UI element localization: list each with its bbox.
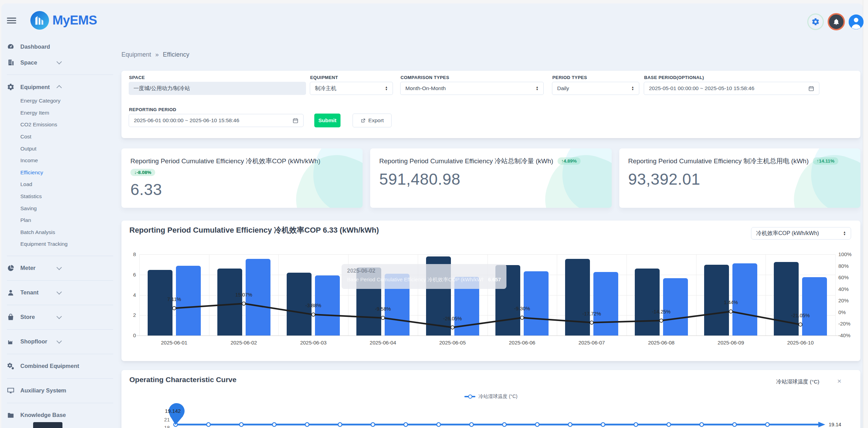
change-rate-label: -14.25% — [639, 309, 684, 314]
curve-point[interactable] — [766, 423, 769, 427]
sidebar-subitem-output[interactable]: Output — [0, 143, 121, 155]
chart-tooltip: 2025-06-02 Base Period Cumulative Effici… — [342, 264, 506, 289]
comparison-types-label: COMPARISON TYPES — [401, 75, 449, 80]
base-period-input[interactable]: 2025-05-01 00:00:00 ~ 2025-05-10 15:58:4… — [644, 82, 819, 95]
x-axis-category-label: 2025-06-02 — [209, 340, 279, 346]
period-types-select[interactable]: Daily ▲▼ — [552, 82, 639, 95]
line-point[interactable] — [729, 310, 732, 313]
space-input[interactable]: 一度城/公用动力/制冷站 — [129, 82, 306, 95]
sidebar-item-equipment[interactable]: Equipment — [0, 79, 121, 95]
sidebar-item-knowledge-base[interactable]: Knowledge Base — [0, 407, 121, 423]
sidebar-item-shopfloor[interactable]: Shopfloor — [0, 334, 121, 350]
notifications-button[interactable] — [828, 13, 845, 30]
sidebar-subitem-batch-analysis[interactable]: Batch Analysis — [0, 226, 121, 239]
sidebar-subitem-co2-emissions[interactable]: CO2 Emissions — [0, 119, 121, 131]
sidebar-item-tenant[interactable]: Tenant — [0, 285, 121, 301]
bottom-left-overlay — [33, 422, 62, 428]
y-axis-tick-right: 100% — [838, 251, 851, 257]
curve-point[interactable] — [733, 423, 737, 427]
change-rate-label: 7.11% — [152, 296, 197, 302]
submit-label: Submit — [318, 117, 337, 124]
curve-point[interactable] — [404, 423, 408, 427]
curve-point[interactable] — [535, 423, 539, 427]
sidebar-subitem-saving[interactable]: Saving — [0, 202, 121, 214]
bag-icon — [7, 313, 14, 321]
curve-point[interactable] — [503, 423, 506, 427]
curve-point[interactable] — [272, 423, 276, 427]
header-actions — [807, 13, 864, 30]
reporting-period-bar[interactable] — [524, 271, 549, 335]
line-point[interactable] — [520, 316, 524, 319]
sidebar-item-meter[interactable]: Meter — [0, 260, 121, 276]
curve-point[interactable] — [601, 423, 605, 427]
kpi-delta-badge: ↓-8.08% — [130, 169, 155, 176]
curve-point[interactable] — [207, 423, 210, 427]
sidebar-subitem-plan[interactable]: Plan — [0, 214, 121, 226]
sidebar-item-dashboard[interactable]: Dashboard — [0, 39, 121, 55]
line-point[interactable] — [660, 319, 663, 322]
submit-button[interactable]: Submit — [314, 114, 341, 127]
line-point[interactable] — [381, 316, 385, 320]
base-period-bar[interactable] — [217, 269, 242, 335]
curve-point[interactable] — [338, 423, 342, 427]
curve-point[interactable] — [305, 423, 309, 427]
breadcrumb-parent[interactable]: Equipment — [121, 51, 151, 58]
line-point[interactable] — [312, 313, 315, 316]
comparison-types-select[interactable]: Month-On-Month ▲▼ — [400, 82, 544, 95]
sidebar-item-space[interactable]: Space — [0, 55, 121, 70]
space-value: 一度城/公用动力/制冷站 — [134, 85, 190, 92]
line-point[interactable] — [172, 307, 176, 310]
sidebar-subitem-income[interactable]: Income — [0, 155, 121, 167]
change-rate-label: -3.88% — [291, 303, 336, 308]
reporting-period-bar[interactable] — [802, 277, 827, 335]
base-period-label: BASE PERIOD(OPTIONAL) — [644, 75, 704, 80]
kpi-card-1: Reporting Period Cumulative Efficiency 冷… — [370, 148, 611, 208]
sidebar-item-label: Dashboard — [20, 43, 50, 50]
y-axis-tick-right: 20% — [838, 298, 849, 303]
x-axis-category-label: 2025-06-03 — [278, 340, 348, 346]
base-period-bar[interactable] — [148, 270, 172, 335]
curve-point[interactable] — [470, 423, 473, 427]
curve-point[interactable] — [634, 423, 638, 427]
sidebar-item-auxiliary-system[interactable]: Auxiliary System — [0, 383, 121, 399]
curve-point[interactable] — [568, 423, 572, 427]
sidebar-subitem-load[interactable]: Load — [0, 178, 121, 191]
curve-point[interactable] — [700, 423, 703, 427]
reporting-period-bar[interactable] — [663, 278, 688, 335]
sidebar-item-label: Store — [20, 314, 35, 320]
base-period-bar[interactable] — [774, 262, 799, 335]
sidebar-subitem-energy-item[interactable]: Energy Item — [0, 107, 121, 119]
user-menu-button[interactable] — [849, 14, 864, 29]
curve-point[interactable] — [239, 423, 243, 427]
sidebar-item-store[interactable]: Store — [0, 309, 121, 325]
line-point[interactable] — [451, 326, 454, 329]
curve-point[interactable] — [437, 423, 441, 427]
app-background — [1, 3, 863, 428]
sidebar-subitem-statistics[interactable]: Statistics — [0, 191, 121, 203]
kpi-card-2: Reporting Period Cumulative Efficiency 制… — [619, 148, 860, 208]
curve-point[interactable] — [371, 423, 375, 427]
window-scrollbar[interactable] — [863, 0, 868, 428]
curve-point[interactable] — [667, 423, 671, 427]
reporting-period-bar[interactable] — [593, 272, 618, 335]
sidebar-subitem-efficiency[interactable]: Efficiency — [0, 167, 121, 179]
base-period-bar[interactable] — [565, 259, 590, 335]
sidebar-subitem-cost[interactable]: Cost — [0, 131, 121, 143]
line-point[interactable] — [590, 321, 593, 324]
line-point[interactable] — [242, 302, 246, 305]
line-point[interactable] — [799, 323, 802, 326]
export-button[interactable]: Export — [353, 114, 392, 127]
x-axis-category-label: 2025-06-04 — [348, 340, 418, 346]
base-period-bar[interactable] — [635, 269, 660, 335]
sidebar-item-combined-equipment[interactable]: Combined Equipment — [0, 358, 121, 374]
sidebar-divider — [7, 280, 113, 281]
sidebar-subitem-equipment-tracking[interactable]: Equipment Tracking — [0, 238, 121, 250]
hamburger-menu-button[interactable] — [7, 18, 16, 23]
folder-icon — [7, 411, 14, 419]
y-axis-tick-right: 40% — [838, 286, 849, 292]
brand[interactable]: MyEMS — [30, 11, 97, 30]
settings-button[interactable] — [807, 13, 824, 30]
sidebar-subitem-energy-category[interactable]: Energy Category — [0, 95, 121, 107]
equipment-select[interactable]: 制冷主机 ▲▼ — [310, 82, 393, 95]
reporting-period-input[interactable]: 2025-06-01 00:00:00 ~ 2025-06-10 15:58:4… — [129, 114, 304, 127]
